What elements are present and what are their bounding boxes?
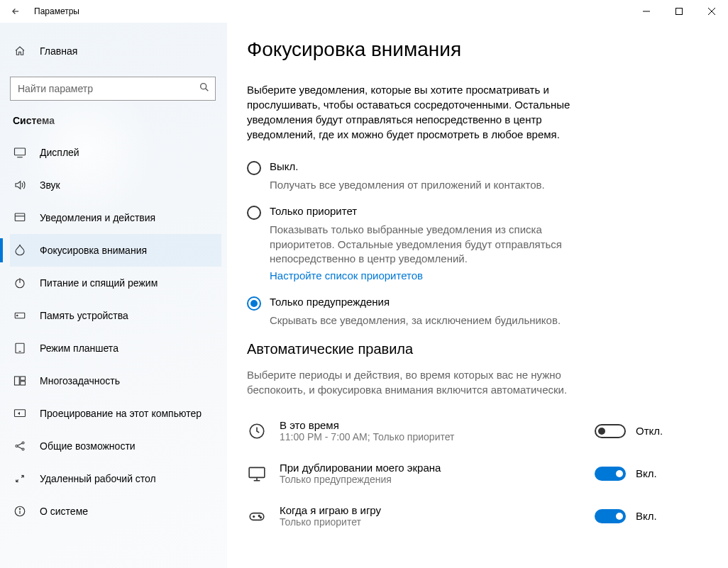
radio-priority[interactable]: Только приоритет <box>247 205 671 220</box>
intro-text: Выберите уведомления, которые вы хотите … <box>247 82 588 142</box>
search-icon <box>199 82 210 96</box>
nav-item-label: Питание и спящий режим <box>40 277 158 289</box>
nav-item-label: Общие возможности <box>40 440 136 452</box>
svg-point-21 <box>22 442 24 444</box>
radio-label: Выкл. <box>270 160 298 172</box>
nav-storage[interactable]: Память устройства <box>10 299 221 332</box>
radio-label: Только приоритет <box>270 205 357 217</box>
nav-item-label: Режим планшета <box>40 343 118 354</box>
svg-point-13 <box>17 315 18 316</box>
svg-rect-8 <box>15 213 25 221</box>
search-box[interactable] <box>10 77 216 101</box>
nav-item-label: Память устройства <box>40 310 128 321</box>
svg-rect-1 <box>676 9 683 15</box>
group-title: Система <box>13 115 221 126</box>
nav-notifications[interactable]: Уведомления и действия <box>10 201 221 234</box>
rule-sub: Только приоритет <box>280 516 595 528</box>
tablet-icon <box>13 342 27 355</box>
svg-point-36 <box>260 516 262 518</box>
svg-line-23 <box>18 443 22 445</box>
nav-item-label: Дисплей <box>40 147 79 158</box>
nav-item-label: Многозадачность <box>40 375 120 386</box>
page-title: Фокусировка внимания <box>247 38 671 61</box>
radio-circle <box>247 296 261 311</box>
toggle-state: Откл. <box>636 425 671 437</box>
power-icon <box>13 277 27 289</box>
storage-icon <box>13 309 27 322</box>
shared-icon <box>13 440 27 452</box>
nav-projecting[interactable]: Проецирование на этот компьютер <box>10 397 221 430</box>
rule-sub: Только предупреждения <box>280 474 595 485</box>
svg-rect-17 <box>21 377 26 380</box>
notifications-icon <box>13 211 27 224</box>
nav-item-label: Фокусировка внимания <box>40 245 147 256</box>
nav-tablet[interactable]: Режим планшета <box>10 332 221 364</box>
nav-item-label: О системе <box>40 506 88 517</box>
multitask-icon <box>13 374 27 387</box>
rule-title: Когда я играю в игру <box>280 504 595 516</box>
radio-alarms[interactable]: Только предупреждения <box>247 296 671 311</box>
radio-off-sub: Получать все уведомления от приложений и… <box>270 178 582 192</box>
rule-duplicate[interactable]: При дублировании моего экрана Только пре… <box>247 455 671 492</box>
toggle-game[interactable] <box>595 509 626 523</box>
radio-off[interactable]: Выкл. <box>247 160 671 175</box>
svg-rect-16 <box>15 377 20 385</box>
svg-line-5 <box>206 89 209 91</box>
svg-point-4 <box>201 84 206 89</box>
nav-home-label: Главная <box>40 45 77 57</box>
search-input[interactable] <box>10 77 216 101</box>
nav-power[interactable]: Питание и спящий режим <box>10 267 221 299</box>
radio-sub-text: Показывать только выбранные уведомления … <box>270 223 562 264</box>
svg-rect-6 <box>15 148 26 155</box>
nav-sound[interactable]: Звук <box>10 169 221 201</box>
titlebar: Параметры <box>0 0 728 23</box>
rule-title: При дублировании моего экрана <box>280 462 595 474</box>
minimize-button[interactable] <box>630 0 663 23</box>
rule-sub: 11:00 PM - 7:00 AM; Только приоритет <box>280 431 595 442</box>
nav-remote[interactable]: Удаленный рабочий стол <box>10 462 221 495</box>
auto-heading: Автоматические правила <box>247 341 671 357</box>
nav-about[interactable]: О системе <box>10 495 221 528</box>
home-icon <box>13 45 27 57</box>
svg-rect-32 <box>250 513 264 520</box>
remote-icon <box>13 472 27 485</box>
nav-shared[interactable]: Общие возможности <box>10 430 221 462</box>
toggle-time[interactable] <box>595 424 626 438</box>
window-title: Параметры <box>34 6 79 16</box>
toggle-state: Вкл. <box>636 510 671 522</box>
radio-priority-sub: Показывать только выбранные уведомления … <box>270 223 582 283</box>
svg-rect-18 <box>21 382 26 385</box>
svg-point-20 <box>16 445 18 447</box>
priority-list-link[interactable]: Настройте список приоритетов <box>270 269 582 283</box>
radio-circle <box>247 161 261 175</box>
close-button[interactable] <box>695 0 728 23</box>
svg-point-22 <box>22 448 24 450</box>
focus-icon <box>13 244 27 257</box>
radio-label: Только предупреждения <box>270 296 390 308</box>
nav-multitask[interactable]: Многозадачность <box>10 364 221 397</box>
rule-title: В это время <box>280 419 595 431</box>
maximize-button[interactable] <box>663 0 695 23</box>
svg-point-27 <box>19 508 20 509</box>
nav-item-label: Уведомления и действия <box>40 212 155 223</box>
nav-item-label: Удаленный рабочий стол <box>40 473 156 484</box>
rule-time[interactable]: В это время 11:00 PM - 7:00 AM; Только п… <box>247 413 671 450</box>
auto-desc: Выберите периоды и действия, во время ко… <box>247 367 588 397</box>
svg-line-24 <box>18 447 22 449</box>
svg-rect-29 <box>249 467 265 477</box>
toggle-state: Вкл. <box>636 467 671 479</box>
display-icon <box>13 146 27 159</box>
nav-focus-assist[interactable]: Фокусировка внимания <box>10 234 221 267</box>
nav-display[interactable]: Дисплей <box>10 136 221 169</box>
nav-item-label: Проецирование на этот компьютер <box>40 408 202 419</box>
svg-point-35 <box>258 515 260 516</box>
gamepad-icon <box>247 506 267 526</box>
toggle-duplicate[interactable] <box>595 467 626 481</box>
nav-item-label: Звук <box>40 179 60 191</box>
nav-home[interactable]: Главная <box>10 37 221 65</box>
info-icon <box>13 505 27 518</box>
rule-game[interactable]: Когда я играю в игру Только приоритет Вк… <box>247 498 671 535</box>
project-icon <box>13 407 27 420</box>
back-button[interactable] <box>4 0 27 23</box>
main-content: Фокусировка внимания Выберите уведомлени… <box>227 23 728 568</box>
